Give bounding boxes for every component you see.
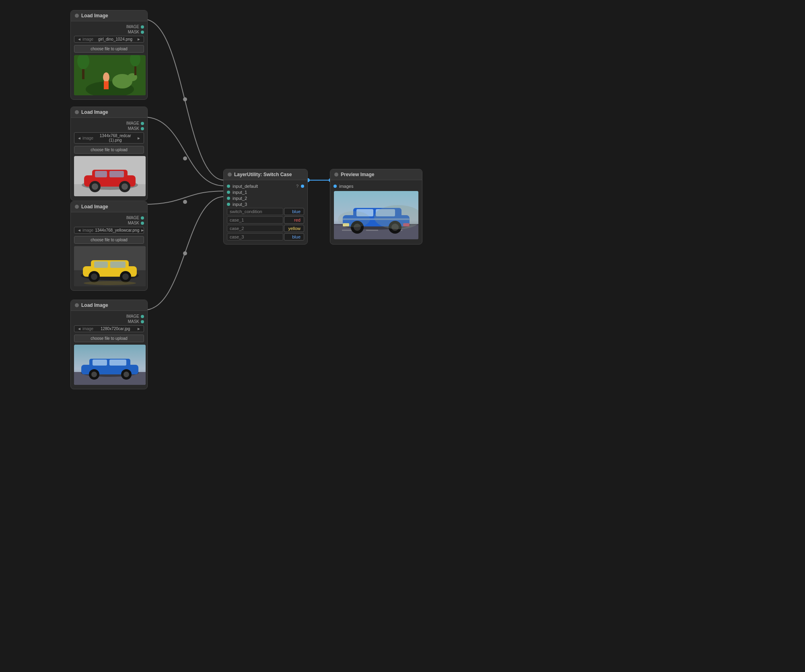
switch-output-row: ? <box>296 184 304 189</box>
preview-images-label: images <box>339 184 353 189</box>
node-3-image-port: IMAGE <box>74 216 144 220</box>
node-1-upload-btn[interactable]: choose file to upload <box>74 45 144 53</box>
node-1-image-label: IMAGE <box>126 25 139 29</box>
svg-rect-21 <box>95 171 107 177</box>
switch-condition-row: switch_condition blue <box>227 208 304 215</box>
svg-point-24 <box>92 183 98 190</box>
svg-point-3 <box>183 251 187 255</box>
node-1-mask-port: MASK <box>74 30 144 34</box>
switch-input-default-row: input_default ? <box>227 184 304 189</box>
node-2-title: Load Image <box>81 109 108 115</box>
node-3-mask-dot <box>141 222 144 225</box>
node-2-next-arrow[interactable]: ► <box>136 136 142 140</box>
switch-case-node: LayerUtility: Switch Case input_default … <box>223 169 308 245</box>
svg-point-37 <box>122 273 129 280</box>
svg-rect-54 <box>366 230 378 231</box>
switch-input-3-label: input_3 <box>233 202 247 207</box>
svg-rect-44 <box>93 360 107 366</box>
node-1-filename: girl_dino_1024.png <box>95 37 136 41</box>
node-4-next-arrow[interactable]: ► <box>136 327 142 331</box>
node-4-file-row[interactable]: ◄ image 1280x720car.jpg ► <box>74 325 144 332</box>
node-1-status-dot <box>75 14 79 18</box>
node-1-image-dot <box>141 25 144 29</box>
svg-point-8 <box>103 72 109 82</box>
switch-case1-row: case_1 red <box>227 216 304 224</box>
switch-input-default-label: input_default <box>233 184 258 189</box>
preview-images-dot <box>334 185 337 188</box>
switch-case1-value[interactable]: red <box>284 216 304 224</box>
node-1-file-label: image <box>82 37 95 41</box>
svg-point-26 <box>121 183 128 190</box>
node-2-image-dot <box>141 122 144 125</box>
node-1-image-port: IMAGE <box>74 25 144 29</box>
svg-point-49 <box>124 372 129 377</box>
switch-input-default-left: input_default <box>227 184 258 189</box>
switch-condition-label: switch_condition <box>227 208 283 215</box>
node-2-header: Load Image <box>71 107 147 118</box>
switch-case2-label: case_2 <box>227 225 283 232</box>
svg-point-0 <box>183 97 187 101</box>
preview-node-body: images <box>330 180 422 244</box>
node-2-filename: 1344x768_redcar (1).png <box>95 134 136 142</box>
preview-image-node: Preview Image images <box>330 169 422 245</box>
node-4-header: Load Image <box>71 300 147 311</box>
node-2-mask-dot <box>141 127 144 130</box>
node-1-mask-dot <box>141 31 144 34</box>
node-3-file-label: image <box>82 228 95 232</box>
svg-point-47 <box>91 372 97 377</box>
node-2-prev-arrow[interactable]: ◄ <box>76 136 82 140</box>
switch-condition-value[interactable]: blue <box>284 208 304 215</box>
switch-output-question: ? <box>296 184 299 189</box>
node-1-mask-label: MASK <box>128 30 139 34</box>
svg-point-2 <box>183 200 187 204</box>
node-1-title: Load Image <box>81 13 108 18</box>
node-3-next-arrow[interactable]: ► <box>139 228 146 232</box>
node-1-next-arrow[interactable]: ► <box>136 37 142 41</box>
node-4-prev-arrow[interactable]: ◄ <box>76 327 82 331</box>
switch-input-default-dot <box>227 185 230 188</box>
node-4-body: IMAGE MASK ◄ image 1280x720car.jpg ► cho… <box>71 311 147 389</box>
svg-point-69 <box>338 211 370 227</box>
node-3-file-row[interactable]: ◄ image 1344x768_yellowcar.png ► <box>74 227 144 234</box>
node-4-title: Load Image <box>81 302 108 308</box>
preview-node-header: Preview Image <box>330 169 422 180</box>
node-2-preview-image <box>74 156 146 196</box>
switch-input-3-dot <box>227 203 230 206</box>
load-image-node-3: Load Image IMAGE MASK ◄ image 1344x768_y… <box>70 201 148 291</box>
node-1-file-row[interactable]: ◄ image girl_dino_1024.png ► <box>74 36 144 43</box>
node-3-mask-port: MASK <box>74 221 144 225</box>
node-2-file-row[interactable]: ◄ image 1344x768_redcar (1).png ► <box>74 132 144 144</box>
node-1-prev-arrow[interactable]: ◄ <box>76 37 82 41</box>
switch-case3-row: case_3 blue <box>227 233 304 240</box>
node-3-status-dot <box>75 205 79 209</box>
svg-rect-33 <box>110 261 126 268</box>
preview-status-dot <box>334 173 338 177</box>
svg-rect-32 <box>94 261 108 268</box>
node-4-filename: 1280x720car.jpg <box>95 327 136 331</box>
node-4-mask-dot <box>141 320 144 323</box>
switch-node-body: input_default ? input_1 input_2 input_3 … <box>224 180 307 244</box>
node-4-mask-port: MASK <box>74 319 144 324</box>
node-4-status-dot <box>75 303 79 307</box>
node-4-upload-btn[interactable]: choose file to upload <box>74 335 144 342</box>
node-3-body: IMAGE MASK ◄ image 1344x768_yellowcar.pn… <box>71 212 147 290</box>
node-1-preview-image <box>74 55 146 95</box>
node-3-preview-image <box>74 246 146 286</box>
switch-case3-value[interactable]: blue <box>284 233 304 240</box>
node-2-image-port: IMAGE <box>74 121 144 125</box>
switch-output-dot <box>301 185 304 188</box>
node-4-image-label: IMAGE <box>126 314 139 319</box>
node-2-upload-btn[interactable]: choose file to upload <box>74 146 144 154</box>
node-3-header: Load Image <box>71 201 147 212</box>
node-3-prev-arrow[interactable]: ◄ <box>76 228 82 232</box>
load-image-node-2: Load Image IMAGE MASK ◄ image 1344x768_r… <box>70 107 148 201</box>
switch-input-2-label: input_2 <box>233 196 247 201</box>
node-3-mask-label: MASK <box>128 221 139 225</box>
switch-case2-value[interactable]: yellow <box>284 225 304 232</box>
switch-case3-label: case_3 <box>227 233 283 240</box>
node-3-upload-btn[interactable]: choose file to upload <box>74 236 144 244</box>
switch-node-header: LayerUtility: Switch Case <box>224 169 307 180</box>
node-1-header: Load Image <box>71 10 147 21</box>
load-image-node-1: Load Image IMAGE MASK ◄ image girl_dino_… <box>70 10 148 100</box>
svg-rect-22 <box>109 171 124 177</box>
